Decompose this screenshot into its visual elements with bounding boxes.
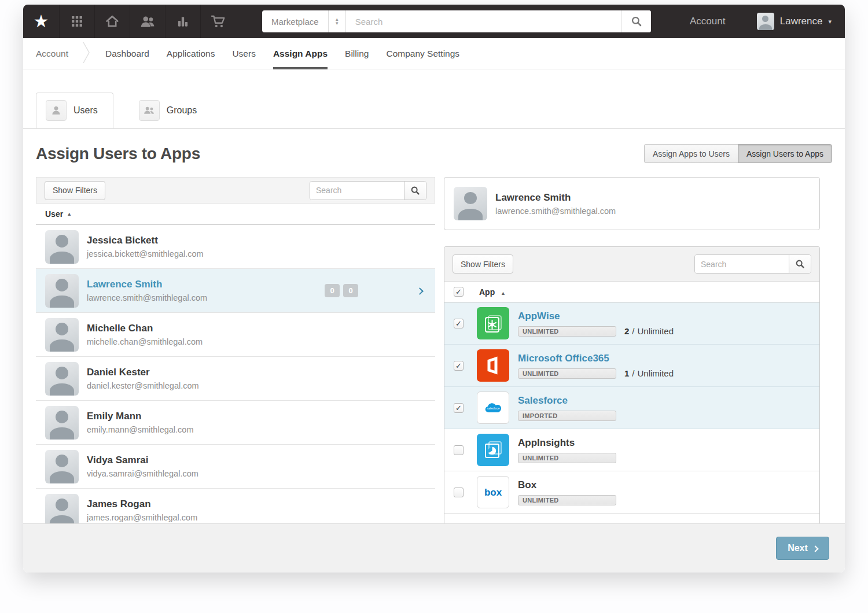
top-navbar: ★ xyxy=(23,5,845,38)
home-nav[interactable] xyxy=(94,5,130,38)
secondary-nav: Account Dashboard Applications Users Ass… xyxy=(23,38,845,69)
users-list-panel: Show Filters User ▲ xyxy=(36,177,435,523)
marketplace-cart-nav[interactable] xyxy=(200,5,236,38)
users-icon xyxy=(139,14,156,29)
search-scope-select[interactable]: Marketplace xyxy=(262,10,329,32)
tab-users-label: Users xyxy=(73,105,98,116)
users-search-button[interactable] xyxy=(404,182,426,200)
breadcrumb-account[interactable]: Account xyxy=(36,49,68,59)
user-name: Emily Mann xyxy=(87,411,193,422)
show-filters-button[interactable]: Show Filters xyxy=(453,254,513,274)
next-button[interactable]: Next xyxy=(776,537,829,560)
apps-search-input[interactable] xyxy=(695,255,789,273)
user-email: emily.mann@smithlegal.com xyxy=(87,425,193,434)
apps-grid-icon[interactable] xyxy=(59,5,94,38)
app-checkbox[interactable] xyxy=(454,361,464,371)
app-name: AppWise xyxy=(518,311,674,322)
search-icon xyxy=(410,186,420,195)
users-nav[interactable] xyxy=(130,5,165,38)
tab-groups[interactable]: Groups xyxy=(130,93,212,128)
users-groups-tabs: Users Groups xyxy=(23,93,845,129)
nav-item-applications[interactable]: Applications xyxy=(167,38,215,69)
app-checkbox[interactable] xyxy=(454,319,464,328)
user-email: vidya.samrai@smithlegal.com xyxy=(87,469,198,478)
user-name: Vidya Samrai xyxy=(87,455,198,466)
brand-logo[interactable]: ★ xyxy=(23,5,59,38)
app-name: Box xyxy=(518,479,616,491)
user-avatar xyxy=(45,230,79,264)
main-content: Users Groups Assign Users to Apps Assign… xyxy=(23,69,845,523)
user-name: Michelle Chan xyxy=(87,323,203,334)
nav-item-dashboard[interactable]: Dashboard xyxy=(105,38,149,69)
nav-item-users[interactable]: Users xyxy=(232,38,255,69)
count-badge: 0 xyxy=(325,284,340,297)
cart-icon xyxy=(210,14,226,29)
user-row[interactable]: James Rogan james.rogan@smithlegal.com xyxy=(36,489,435,523)
users-search-input[interactable] xyxy=(310,182,404,200)
user-column-header[interactable]: User ▲ xyxy=(36,204,435,225)
nav-item-billing[interactable]: Billing xyxy=(345,38,369,69)
selected-user-name: Lawrence Smith xyxy=(495,192,616,204)
assign-users-to-apps-button[interactable]: Assign Users to Apps xyxy=(738,144,832,163)
home-icon xyxy=(105,14,120,29)
apps-search-button[interactable] xyxy=(789,255,811,273)
user-name: Jessica Bickett xyxy=(87,235,204,246)
sort-asc-icon: ▲ xyxy=(501,290,506,296)
app-checkbox[interactable] xyxy=(454,403,464,413)
user-email: michelle.chan@smithlegal.com xyxy=(87,337,203,346)
user-row[interactable]: Emily Mann emily.mann@smithlegal.com xyxy=(36,401,435,445)
app-row[interactable]: salesforce box xyxy=(444,429,819,471)
user-avatar xyxy=(45,406,79,440)
license-badge: UNLIMITED xyxy=(518,326,616,337)
stats-nav[interactable] xyxy=(165,5,200,38)
user-row[interactable]: Lawrence Smith lawrence.smith@smithlegal… xyxy=(36,269,435,313)
apps-list-box: Show Filters xyxy=(444,246,820,523)
account-link[interactable]: Account xyxy=(677,16,738,27)
breadcrumb-chevron-icon xyxy=(82,40,90,68)
app-checkbox[interactable] xyxy=(454,445,464,455)
wizard-footer: Next xyxy=(23,523,845,573)
app-row[interactable]: salesforce box xyxy=(444,302,819,345)
user-row[interactable]: Daniel Kester daniel.kester@smithlegal.c… xyxy=(36,357,435,401)
user-avatar xyxy=(45,362,79,396)
app-name: AppInsights xyxy=(518,437,616,449)
page-title: Assign Users to Apps xyxy=(36,145,200,163)
user-row[interactable]: Vidya Samrai vidya.samrai@smithlegal.com xyxy=(36,445,435,489)
app-logo-icon: salesforce box xyxy=(477,307,509,339)
app-row[interactable]: salesforce box xyxy=(444,387,819,429)
user-avatar xyxy=(45,494,79,524)
tab-users[interactable]: Users xyxy=(36,93,113,128)
app-checkbox[interactable] xyxy=(454,488,464,497)
nav-item-assign-apps[interactable]: Assign Apps xyxy=(273,38,328,69)
user-avatar xyxy=(45,274,79,308)
app-name: Microsoft Office365 xyxy=(518,353,674,364)
nav-item-company-settings[interactable]: Company Settings xyxy=(386,38,459,69)
chevron-right-icon xyxy=(417,286,422,296)
app-header-label[interactable]: App ▲ xyxy=(479,287,506,297)
selected-user-card: Lawrence Smith lawrence.smith@smithlegal… xyxy=(444,177,820,230)
global-search-input[interactable] xyxy=(346,10,621,32)
apps-assignment-panel: Lawrence Smith lawrence.smith@smithlegal… xyxy=(444,177,820,523)
app-row[interactable]: salesforce box xyxy=(444,471,819,514)
sort-asc-icon: ▲ xyxy=(67,211,72,217)
app-name: Salesforce xyxy=(518,395,616,407)
user-menu[interactable]: Lawrence ▾ xyxy=(757,13,832,30)
usage-count: 2/Unlimited xyxy=(624,326,674,336)
license-badge: UNLIMITED xyxy=(518,453,616,463)
global-search-button[interactable] xyxy=(621,10,651,32)
user-name: Daniel Kester xyxy=(87,367,199,378)
user-menu-name: Lawrence xyxy=(780,16,823,27)
assign-apps-to-users-button[interactable]: Assign Apps to Users xyxy=(644,144,738,163)
people-icon xyxy=(139,100,160,121)
user-row[interactable]: Michelle Chan michelle.chan@smithlegal.c… xyxy=(36,313,435,357)
chevron-right-icon xyxy=(812,545,818,552)
select-all-checkbox[interactable] xyxy=(454,287,464,297)
grid-icon xyxy=(70,14,84,28)
assign-mode-toggle: Assign Apps to Users Assign Users to App… xyxy=(644,144,832,163)
scope-stepper-icon[interactable]: ▴▾ xyxy=(329,10,346,32)
show-filters-button[interactable]: Show Filters xyxy=(45,181,105,200)
app-column-header: App ▲ xyxy=(444,282,819,302)
user-row[interactable]: Jessica Bickett jessica.bickett@smithleg… xyxy=(36,225,435,269)
app-row[interactable]: salesforce box xyxy=(444,345,819,387)
chevron-down-icon: ▾ xyxy=(828,18,832,25)
